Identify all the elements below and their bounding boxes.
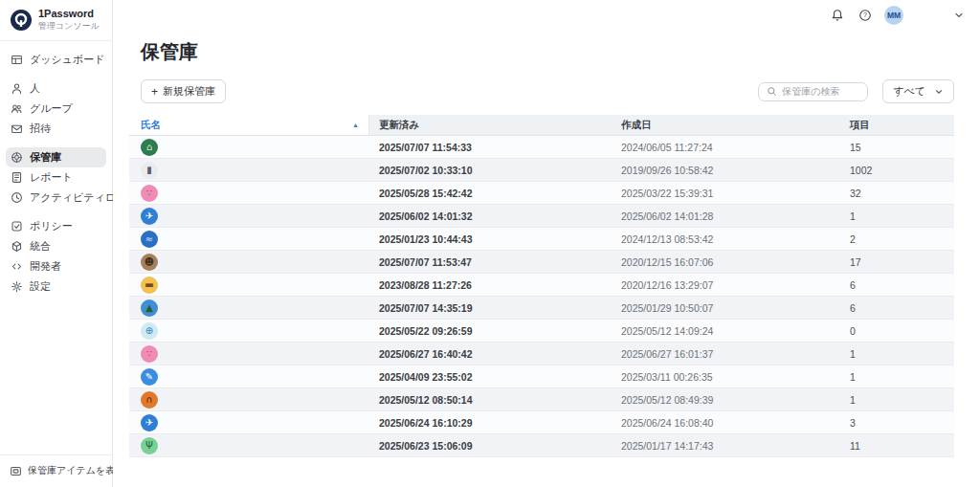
vault-icon [11,151,23,164]
sidebar-group: 人グループ招待 [6,78,106,139]
sidebar-item-label: 統合 [30,239,51,254]
header-created[interactable]: 作成日 [612,115,844,135]
sidebar-item[interactable]: アクティビティログ [6,188,106,208]
items-count-cell: 1 [844,348,954,360]
logo-subtitle: 管理コンソール [38,20,100,33]
items-count-cell: 1 [844,394,954,406]
onepassword-logo-icon [10,9,33,32]
vault-name-cell: ∩ [129,391,369,409]
help-icon[interactable]: ? [858,9,872,22]
search-icon [767,86,777,97]
filter-dropdown[interactable]: すべて [882,79,954,103]
sidebar-footer-show-vault-items[interactable]: 保管庫アイテムを表示 [0,454,112,487]
table-row[interactable]: ⊕2025/05/22 09:26:592025/05/12 14:09:240 [129,320,954,343]
vault-name-cell: ▬ [129,277,369,294]
integration-icon [11,240,23,253]
sidebar-group: ポリシー統合開発者設定 [6,216,106,297]
campfire-icon: ∩ [141,391,158,409]
activity-icon [11,191,23,204]
sidebar-item[interactable]: ダッシュボード [6,50,106,70]
table-row[interactable]: ▲2025/07/07 14:35:192025/01/29 10:50:076 [129,297,954,320]
wave-icon: ≈ [141,231,158,248]
table-row[interactable]: ≈2025/01/23 10:44:432024/12/13 08:53:422 [129,228,954,251]
updated-cell: 2025/07/07 14:35:19 [369,302,612,314]
sidebar-item-label: レポート [30,170,73,185]
sidebar-item[interactable]: ポリシー [6,216,106,236]
table-row[interactable]: ✎2025/04/09 23:55:022025/03/11 00:26:351 [129,365,954,388]
updated-cell: 2025/05/22 09:26:59 [369,325,612,337]
header-updated[interactable]: 更新済み [369,115,612,135]
sidebar-item[interactable]: グループ [6,99,106,119]
sort-ascending-icon: ▲ [352,122,359,128]
settings-icon [11,280,23,293]
created-cell: 2025/01/29 10:50:07 [612,302,844,314]
sidebar: 1Password 管理コンソール ダッシュボード人グループ招待保管庫レポートア… [0,0,113,487]
table-row[interactable]: Ψ2025/06/23 15:06:092025/01/17 14:17:431… [129,434,954,457]
sidebar-item[interactable]: 人 [6,78,106,99]
sidebar-item-label: 保管庫 [30,150,61,165]
items-count-cell: 1002 [844,165,954,176]
updated-cell: 2025/06/02 14:01:32 [369,210,612,222]
family-photo-icon: ☻ [141,254,158,271]
table-row[interactable]: ▮2025/07/02 10:33:102019/09/26 10:58:421… [129,159,954,182]
person-icon [11,82,23,95]
table-row[interactable]: ∩2025/05/12 08:50:142025/05/12 08:49:391 [129,388,954,411]
updated-cell: 2025/07/02 10:33:10 [369,165,612,176]
dashboard-icon [11,54,23,66]
updated-cell: 2025/06/23 15:06:09 [369,440,612,452]
items-count-cell: 2 [844,233,954,245]
svg-text:?: ? [863,11,867,18]
sidebar-item-label: グループ [30,101,73,116]
table-row[interactable]: ✈2025/06/02 14:01:322025/06/02 14:01:281 [129,205,954,228]
sidebar-item[interactable]: 招待 [6,119,106,139]
table-row[interactable]: ☻2025/07/07 11:53:472020/12/15 16:07:061… [129,251,954,274]
plus-icon: + [151,86,158,98]
items-count-cell: 1 [844,371,954,383]
items-count-cell: 6 [844,302,954,314]
table-row[interactable]: ✈2025/06/24 16:10:292025/06/24 16:08:403 [129,411,954,434]
new-vault-button[interactable]: + 新規保管庫 [141,79,226,103]
sidebar-item[interactable]: レポート [6,167,106,188]
vault-name-cell: ∵ [129,345,369,363]
report-icon [11,171,23,184]
search-input[interactable] [782,86,859,97]
account-menu-chevron-down-icon[interactable] [953,10,965,21]
policy-icon [11,220,23,232]
table-row[interactable]: ▬2023/08/28 11:27:262020/12/16 13:29:076 [129,274,954,297]
sidebar-item[interactable]: 保管庫 [6,147,106,167]
created-cell: 2020/12/15 16:07:06 [612,256,844,268]
sidebar-group: ダッシュボード [6,50,106,70]
updated-cell: 2025/04/09 23:55:02 [369,371,612,383]
items-count-cell: 3 [844,417,954,429]
briefcase-icon: ▬ [141,277,158,294]
created-cell: 2025/05/12 08:49:39 [612,394,844,406]
table-row[interactable]: ∵2025/05/28 15:42:422025/03/22 15:39:313… [129,182,954,205]
pen-icon: ✎ [141,368,158,386]
vaults-table: 氏名 ▲ 更新済み 作成日 項目 ⌂2025/07/07 11:54:33202… [129,115,954,457]
sidebar-item-label: 開発者 [30,259,61,274]
table-row[interactable]: ⌂2025/07/07 11:54:332024/06/05 11:27:241… [129,136,954,159]
sidebar-item[interactable]: 設定 [6,277,106,297]
items-count-cell: 32 [844,188,954,199]
sidebar-item[interactable]: 統合 [6,236,106,256]
header-name[interactable]: 氏名 ▲ [129,115,369,135]
notifications-bell-icon[interactable] [831,9,844,22]
header-items[interactable]: 項目 [844,115,954,135]
sidebar-item[interactable]: 開発者 [6,256,106,277]
updated-cell: 2025/07/07 11:53:47 [369,256,612,268]
vault-name-cell: ≈ [129,231,369,248]
vault-name-cell: ⌂ [129,139,369,156]
sidebar-item-label: 人 [30,81,40,96]
items-count-cell: 0 [844,325,954,337]
new-vault-button-label: 新規保管庫 [163,84,215,99]
user-avatar[interactable]: MM [884,6,903,25]
sidebar-item-label: ポリシー [30,219,73,233]
cactus-icon: Ψ [141,437,158,454]
filter-value: すべて [893,84,925,99]
items-count-cell: 1 [844,210,954,222]
updated-cell: 2025/06/24 16:10:29 [369,417,612,429]
vault-name-cell: ⊕ [129,322,369,340]
vault-search [758,82,868,101]
table-row[interactable]: ∵2025/06/27 16:40:422025/06/27 16:01:371 [129,343,954,365]
sidebar-item-label: ダッシュボード [30,53,105,67]
